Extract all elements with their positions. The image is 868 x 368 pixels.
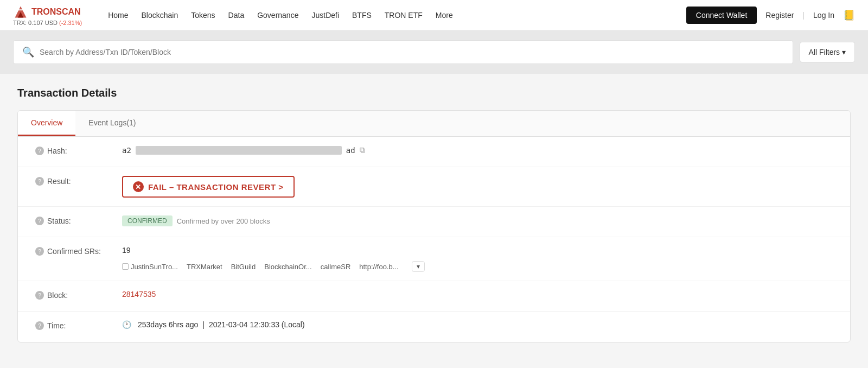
tab-event-logs[interactable]: Event Logs(1) <box>75 111 149 136</box>
sr-expand-button[interactable]: ▾ <box>412 261 425 272</box>
sr-bitguild: BitGuild <box>231 263 256 271</box>
transaction-details-card: Overview Event Logs(1) ? Hash: a2 ad ⧉ <box>17 110 851 342</box>
connect-wallet-button[interactable]: Connect Wallet <box>686 7 757 24</box>
nav-data[interactable]: Data <box>228 11 245 20</box>
tab-overview[interactable]: Overview <box>18 111 75 136</box>
register-link[interactable]: Register <box>765 11 794 20</box>
confirmed-srs-value: 19 JustinSunTro... TRXMarket BitGuild Bl… <box>122 246 833 272</box>
search-inner: 🔍 <box>13 40 793 64</box>
logo-area: TRONSCAN TRX: 0.107 USD (-2.31%) <box>13 4 82 26</box>
search-icon: 🔍 <box>22 46 34 58</box>
sr-blockchaindor: BlockchainOr... <box>264 263 311 271</box>
time-ago: 253days 6hrs ago <box>138 320 198 329</box>
header-right: Connect Wallet Register | Log In 📒 <box>686 7 855 24</box>
search-bar: 🔍 All Filters ▾ <box>0 30 868 74</box>
confirmed-srs-row: ? Confirmed SRs: 19 JustinSunTro... TRXM… <box>18 237 850 281</box>
nav-btfs[interactable]: BTFS <box>352 11 372 20</box>
sr-list-inner: JustinSunTro... TRXMarket BitGuild Block… <box>131 261 425 272</box>
time-local: 2021-03-04 12:30:33 (Local) <box>209 320 305 329</box>
sr-count: 19 <box>122 246 131 255</box>
nav-tron-etf[interactable]: TRON ETF <box>385 11 423 20</box>
status-row: ? Status: CONFIRMED Confirmed by over 20… <box>18 207 850 237</box>
sr-justinsun: JustinSunTro... <box>131 263 178 271</box>
nav-governance[interactable]: Governance <box>257 11 298 20</box>
result-row: ? Result: ✕ FAIL – TRANSACTION REVERT > <box>18 167 850 207</box>
nav-blockchain[interactable]: Blockchain <box>142 11 178 20</box>
fail-badge-text: FAIL – TRANSACTION REVERT > <box>148 182 284 192</box>
hash-row: ? Hash: a2 ad ⧉ <box>18 137 850 167</box>
block-number-link[interactable]: 28147535 <box>122 290 156 299</box>
hash-help-icon[interactable]: ? <box>35 147 44 155</box>
fail-transaction-revert-badge[interactable]: ✕ FAIL – TRANSACTION REVERT > <box>122 176 295 198</box>
sr-list: JustinSunTro... TRXMarket BitGuild Block… <box>122 261 833 272</box>
logo[interactable]: TRONSCAN <box>13 4 81 20</box>
page-title: Transaction Details <box>17 87 851 99</box>
result-help-icon[interactable]: ? <box>35 177 44 186</box>
all-filters-button[interactable]: All Filters ▾ <box>800 42 855 62</box>
result-value: ✕ FAIL – TRANSACTION REVERT > <box>122 176 833 198</box>
login-link[interactable]: Log In <box>813 11 834 20</box>
hash-label: ? Hash: <box>35 145 122 155</box>
svg-rect-2 <box>18 9 24 10</box>
time-row: ? Time: 🕐 253days 6hrs ago | 2021-03-04 … <box>18 312 850 342</box>
hash-prefix: a2 <box>122 146 131 155</box>
hash-value: a2 ad ⧉ <box>122 145 833 155</box>
nav-home[interactable]: Home <box>108 11 128 20</box>
block-help-icon[interactable]: ? <box>35 291 44 300</box>
fail-circle-icon: ✕ <box>133 181 144 192</box>
time-separator: | <box>202 320 205 329</box>
status-label: ? Status: <box>35 215 122 225</box>
status-help-icon[interactable]: ? <box>35 217 44 225</box>
block-label: ? Block: <box>35 290 122 300</box>
logo-text: TRONSCAN <box>31 7 81 17</box>
logo-icon <box>13 4 28 20</box>
time-help-icon[interactable]: ? <box>35 321 44 330</box>
status-value: CONFIRMED Confirmed by over 200 blocks <box>122 215 833 226</box>
confirmed-note: Confirmed by over 200 blocks <box>177 217 270 225</box>
hash-suffix: ad <box>346 146 355 155</box>
time-value: 🕐 253days 6hrs ago | 2021-03-04 12:30:33… <box>122 320 833 329</box>
header-divider: | <box>802 11 805 20</box>
search-input[interactable] <box>40 48 784 56</box>
detail-table: ? Hash: a2 ad ⧉ ? Result: ✕ <box>18 137 850 342</box>
header: TRONSCAN TRX: 0.107 USD (-2.31%) Home Bl… <box>0 0 868 30</box>
notebook-icon[interactable]: 📒 <box>843 9 855 21</box>
main-nav: Home Blockchain Tokens Data Governance J… <box>108 11 669 20</box>
tabs: Overview Event Logs(1) <box>18 111 850 137</box>
time-label: ? Time: <box>35 320 122 330</box>
copy-icon[interactable]: ⧉ <box>360 145 365 155</box>
sr-checkbox <box>122 263 129 270</box>
hash-redacted <box>136 146 342 155</box>
confirmed-badge: CONFIRMED <box>122 215 173 226</box>
block-row: ? Block: 28147535 <box>18 281 850 312</box>
confirmed-srs-label: ? Confirmed SRs: <box>35 246 122 256</box>
clock-icon: 🕐 <box>122 320 131 329</box>
confirmed-srs-help-icon[interactable]: ? <box>35 247 44 256</box>
nav-more[interactable]: More <box>436 11 453 20</box>
result-label: ? Result: <box>35 176 122 186</box>
trx-price: TRX: 0.107 USD (-2.31%) <box>13 20 82 26</box>
sr-trxmarket: TRXMarket <box>187 263 222 271</box>
block-value: 28147535 <box>122 290 833 299</box>
sr-callmesr: callmeSR <box>321 263 351 271</box>
main-content: Transaction Details Overview Event Logs(… <box>0 74 868 356</box>
nav-tokens[interactable]: Tokens <box>191 11 215 20</box>
nav-justdefi[interactable]: JustDefi <box>311 11 339 20</box>
sr-foob: http://foo.b... <box>359 263 398 271</box>
